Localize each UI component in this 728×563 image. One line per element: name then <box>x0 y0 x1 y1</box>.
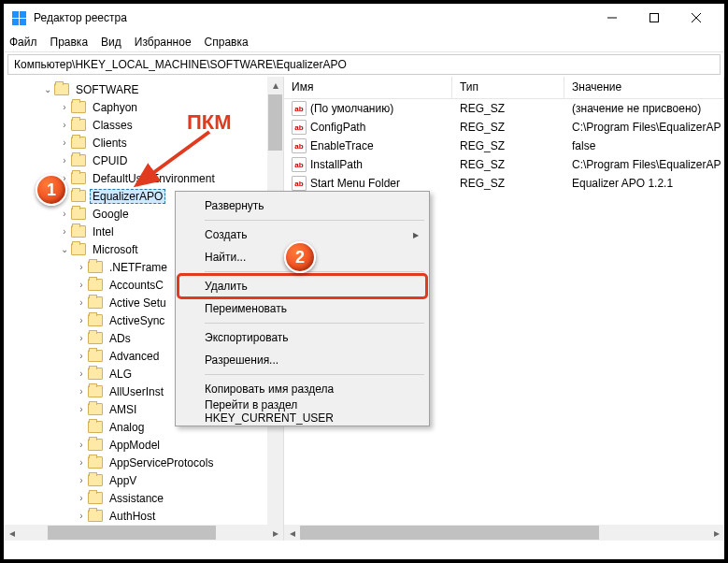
values-horizontal-scrollbar[interactable]: ◂ ▸ <box>284 525 724 541</box>
expand-icon[interactable]: › <box>75 404 88 414</box>
column-header-type[interactable]: Тип <box>452 77 564 98</box>
tree-item[interactable]: ›CPUID <box>4 152 283 169</box>
scroll-hthumb[interactable] <box>300 526 599 540</box>
tree-item-label: ADs <box>109 332 131 345</box>
menu-view[interactable]: Вид <box>101 36 121 49</box>
value-name: (По умолчанию) <box>310 102 393 115</box>
expand-icon[interactable]: › <box>75 368 88 379</box>
tree-item[interactable]: ›Clients <box>4 134 283 152</box>
value-row[interactable]: InstallPathREG_SZC:\Program Files\Equali… <box>284 155 724 174</box>
scroll-up-arrow-icon[interactable]: ▴ <box>267 77 283 93</box>
collapse-icon[interactable]: ⌄ <box>41 84 54 94</box>
expand-icon[interactable]: › <box>75 351 88 361</box>
regedit-window: Редактор реестра Файл Правка Вид Избранн… <box>0 0 728 563</box>
scroll-left-arrow-icon[interactable]: ◂ <box>4 525 20 541</box>
expand-icon[interactable]: › <box>75 262 88 272</box>
context-menu-expand[interactable]: Развернуть <box>178 195 426 217</box>
expand-icon[interactable]: › <box>75 386 88 397</box>
expand-icon[interactable]: › <box>75 511 88 521</box>
tree-item[interactable]: ⌄SOFTWARE <box>4 80 283 98</box>
scroll-hthumb[interactable] <box>48 526 216 540</box>
tree-item-label: Google <box>93 208 129 221</box>
address-bar[interactable]: Компьютер\HKEY_LOCAL_MACHINE\SOFTWARE\Eq… <box>7 54 721 75</box>
value-row[interactable]: (По умолчанию)REG_SZ(значение не присвое… <box>284 99 724 118</box>
expand-icon[interactable]: › <box>58 155 71 166</box>
expand-icon[interactable]: › <box>58 226 71 237</box>
value-name: ConfigPath <box>310 121 365 134</box>
value-type: REG_SZ <box>452 138 564 153</box>
tree-item[interactable]: ›Assistance <box>4 489 283 507</box>
tree-item[interactable]: ›AppV <box>4 471 283 489</box>
expand-icon[interactable]: › <box>75 493 88 503</box>
tree-item-label: AppModel <box>109 439 160 452</box>
maximize-button[interactable] <box>633 5 675 31</box>
value-type: REG_SZ <box>452 120 564 135</box>
tree-item-label: Intel <box>93 225 114 238</box>
values-list[interactable]: (По умолчанию)REG_SZ(значение не присвое… <box>284 99 724 193</box>
tree-item-label: Active Setu <box>109 296 166 310</box>
menu-edit[interactable]: Правка <box>50 36 89 49</box>
value-row[interactable]: Start Menu FolderREG_SZEqualizer APO 1.2… <box>284 174 724 193</box>
tree-item-label: EqualizerAPO <box>93 190 163 203</box>
tree-item[interactable]: ›Caphyon <box>4 98 283 116</box>
expand-icon[interactable]: › <box>58 209 71 219</box>
column-header-value[interactable]: Значение <box>564 77 724 98</box>
value-row[interactable]: EnableTraceREG_SZfalse <box>284 137 724 155</box>
tree-horizontal-scrollbar[interactable]: ◂ ▸ <box>4 525 283 541</box>
context-menu-export[interactable]: Экспортировать <box>178 326 426 349</box>
tree-item-label: Analog <box>109 421 144 434</box>
expand-icon[interactable]: › <box>58 120 71 130</box>
expand-icon[interactable]: › <box>75 457 88 468</box>
tree-item[interactable]: ›AppServiceProtocols <box>4 454 283 471</box>
tree-item[interactable]: ›AppModel <box>4 436 283 454</box>
context-menu-copy-key[interactable]: Копировать имя раздела <box>178 378 426 400</box>
reg-sz-icon <box>292 176 307 191</box>
column-header-name[interactable]: Имя <box>284 77 452 98</box>
expand-icon[interactable]: › <box>75 440 88 450</box>
window-title: Редактор реестра <box>34 11 591 24</box>
value-name: Start Menu Folder <box>310 177 400 190</box>
minimize-button[interactable] <box>591 5 633 31</box>
menubar: Файл Правка Вид Избранное Справка <box>4 32 724 52</box>
expand-icon[interactable]: › <box>75 297 88 308</box>
expand-icon[interactable]: › <box>75 475 88 485</box>
expand-icon[interactable]: › <box>75 280 88 290</box>
tree-item[interactable]: ›Classes <box>4 116 283 134</box>
folder-icon <box>88 474 103 486</box>
tree-item-label: AMSI <box>109 403 136 416</box>
close-button[interactable] <box>675 5 717 31</box>
tree-item-label: ActiveSync <box>109 314 164 327</box>
scroll-left-arrow-icon[interactable]: ◂ <box>284 525 300 541</box>
collapse-icon[interactable]: ⌄ <box>58 244 71 254</box>
tree-item-label: Advanced <box>109 350 159 363</box>
value-row[interactable]: ConfigPathREG_SZC:\Program Files\Equaliz… <box>284 118 724 137</box>
context-menu-permissions[interactable]: Разрешения... <box>178 349 426 371</box>
expand-icon[interactable]: › <box>75 315 88 325</box>
tree-item-label: Classes <box>93 119 133 132</box>
context-menu-delete[interactable]: Удалить <box>178 275 426 297</box>
value-name: InstallPath <box>310 158 363 171</box>
scroll-thumb[interactable] <box>268 94 282 151</box>
menu-help[interactable]: Справка <box>205 36 249 49</box>
folder-icon <box>71 101 86 113</box>
reg-sz-icon <box>292 101 307 116</box>
menu-favorites[interactable]: Избранное <box>135 36 192 49</box>
expand-icon[interactable]: › <box>58 137 71 148</box>
context-menu: Развернуть Создать Найти... Удалить Пере… <box>175 191 430 426</box>
context-menu-separator <box>205 271 424 272</box>
folder-icon <box>88 456 103 469</box>
expand-icon[interactable]: › <box>58 102 71 112</box>
scroll-right-arrow-icon[interactable]: ▸ <box>708 525 724 541</box>
expand-icon[interactable]: › <box>75 333 88 343</box>
scroll-right-arrow-icon[interactable]: ▸ <box>267 525 283 541</box>
tree-item-label: Caphyon <box>93 101 137 114</box>
tree-item[interactable]: ›AuthHost <box>4 507 283 525</box>
tree-item-label: SOFTWARE <box>76 83 139 96</box>
menu-file[interactable]: Файл <box>9 36 37 49</box>
tree-item-label: Assistance <box>109 492 164 505</box>
context-menu-rename[interactable]: Переименовать <box>178 297 426 320</box>
annotation-badge-2: 2 <box>284 241 316 273</box>
folder-icon <box>71 137 86 149</box>
context-menu-goto-hkcu[interactable]: Перейти в раздел HKEY_CURRENT_USER <box>178 400 426 423</box>
value-data: C:\Program Files\EqualizerAP <box>564 120 724 135</box>
